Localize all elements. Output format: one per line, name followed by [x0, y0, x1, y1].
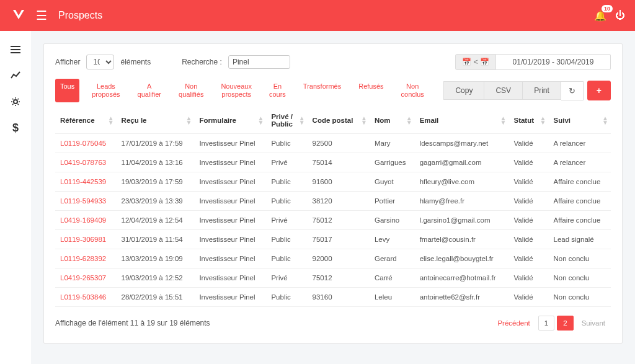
cell-ref[interactable]: L0119-075045 [55, 134, 117, 153]
tab-tous[interactable]: Tous [55, 79, 79, 102]
cell-ref[interactable]: L0119-503846 [55, 288, 117, 307]
cell-email: elise.legall@bouygtel.fr [415, 249, 509, 269]
search-input[interactable] [228, 55, 290, 69]
cell-ref[interactable]: L0419-265307 [55, 269, 117, 288]
calendar-icon: 📅 [462, 58, 471, 66]
date-range-picker-button[interactable]: 📅 < 📅 [455, 54, 496, 70]
cell-recu: 23/03/2019 à 13:39 [117, 192, 195, 211]
tab-a-qualifier[interactable]: Aqualifier [133, 79, 167, 102]
table-row: L0119-50384628/02/2019 à 15:51Investisse… [55, 288, 611, 307]
col-header[interactable]: Reçu le▲▼ [117, 107, 195, 134]
cell-email: hfleury@live.com [415, 172, 509, 192]
list-icon[interactable] [9, 43, 22, 56]
power-icon[interactable]: ⏻ [615, 10, 625, 21]
cell-cp: 91600 [308, 172, 370, 192]
cell-cp: 92000 [308, 249, 370, 269]
cell-recu: 31/01/2019 à 11:54 [117, 230, 195, 249]
cell-cp: 93160 [308, 288, 370, 307]
cell-suivi: A relancer [549, 134, 611, 153]
gear-icon[interactable] [9, 95, 22, 108]
elements-label: éléments [120, 58, 151, 66]
show-label: Afficher [55, 58, 80, 66]
cell-suivi: Affaire conclue [549, 192, 611, 211]
cell-nom: Garrigues [370, 153, 415, 172]
page-1[interactable]: 1 [538, 316, 554, 331]
cell-recu: 11/04/2019 à 13:16 [117, 153, 195, 172]
page-size-select[interactable]: 10 [86, 55, 114, 69]
cell-email: antoinecarre@hotmail.fr [415, 269, 509, 288]
tab-leads-proposés[interactable]: Leadsproposés [87, 79, 125, 102]
page-prev[interactable]: Précédent [492, 316, 535, 330]
cell-recu: 19/03/2019 à 12:52 [117, 269, 195, 288]
cell-ref[interactable]: L0119-442539 [55, 172, 117, 192]
cell-suivi: Non conclu [549, 288, 611, 307]
tab-non-conclus[interactable]: Nonconclus [396, 79, 429, 102]
sidebar: $ [0, 31, 31, 364]
cell-nom: Gerard [370, 249, 415, 269]
sort-icon: ▲▼ [406, 116, 412, 125]
hamburger-icon[interactable]: ☰ [36, 8, 47, 23]
svg-rect-0 [11, 46, 20, 47]
cell-statut: Validé [508, 269, 548, 288]
plus-icon: + [597, 86, 602, 95]
cell-suivi: A relancer [549, 153, 611, 172]
page-next: Suivant [576, 316, 611, 330]
col-header[interactable]: Email▲▼ [415, 107, 509, 134]
col-header[interactable]: Formulaire▲▼ [194, 107, 266, 134]
notification-badge: 10 [602, 5, 613, 12]
tab-non-qualifiés[interactable]: Nonqualifiés [174, 79, 208, 102]
page-2[interactable]: 2 [557, 316, 573, 331]
cell-priv: Public [266, 249, 307, 269]
sort-icon: ▲▼ [299, 116, 305, 125]
col-header[interactable]: Nom▲▼ [370, 107, 415, 134]
col-header[interactable]: Statut▲▼ [508, 107, 548, 134]
cell-statut: Validé [508, 192, 548, 211]
cell-ref[interactable]: L0419-169409 [55, 211, 117, 230]
dollar-icon[interactable]: $ [9, 122, 22, 134]
date-range-display[interactable]: 01/01/2019 - 30/04/2019 [496, 54, 611, 70]
logo-icon [10, 7, 27, 24]
copy-button[interactable]: Copy [443, 81, 484, 100]
col-header[interactable]: Code postal▲▼ [308, 107, 370, 134]
print-button[interactable]: Print [523, 81, 561, 100]
table-row: L0419-16940912/04/2019 à 12:54Investisse… [55, 211, 611, 230]
table-row: L0119-30698131/01/2019 à 11:54Investisse… [55, 230, 611, 249]
cell-statut: Validé [508, 172, 548, 192]
notifications-icon[interactable]: 🔔 10 [594, 10, 606, 22]
cell-form: Investisseur Pinel [194, 211, 266, 230]
cell-email: antoinette62@sfr.fr [415, 288, 509, 307]
cell-ref[interactable]: L0119-306981 [55, 230, 117, 249]
cell-email: fmartel@cousin.fr [415, 230, 509, 249]
cell-form: Investisseur Pinel [194, 153, 266, 172]
cell-nom: Carré [370, 269, 415, 288]
cell-ref[interactable]: L0119-628392 [55, 249, 117, 269]
add-button[interactable]: + [587, 81, 611, 100]
cell-ref[interactable]: L0419-078763 [55, 153, 117, 172]
cell-form: Investisseur Pinel [194, 269, 266, 288]
cell-recu: 13/03/2019 à 19:09 [117, 249, 195, 269]
cell-suivi: Non conclu [549, 249, 611, 269]
col-header[interactable]: Suivi▲▼ [549, 107, 611, 134]
cell-suivi: Lead signalé [549, 230, 611, 249]
col-header[interactable]: Référence▲▼ [55, 107, 117, 134]
svg-rect-2 [11, 52, 20, 53]
tab-transformés[interactable]: Transformés [298, 79, 346, 102]
cell-priv: Privé [266, 269, 307, 288]
tab-nouveaux-prospects[interactable]: Nouveauxprospects [216, 79, 257, 102]
csv-button[interactable]: CSV [484, 81, 523, 100]
cell-recu: 12/04/2019 à 12:54 [117, 211, 195, 230]
tab-en-cours[interactable]: Encours [264, 79, 291, 102]
col-header[interactable]: Privé /Public▲▼ [266, 107, 307, 134]
chart-icon[interactable] [9, 69, 22, 82]
cell-nom: Levy [370, 230, 415, 249]
tab-refusés[interactable]: Refusés [353, 79, 388, 102]
cell-ref[interactable]: L0119-594933 [55, 192, 117, 211]
cell-priv: Public [266, 288, 307, 307]
cell-form: Investisseur Pinel [194, 134, 266, 153]
cell-priv: Privé [266, 153, 307, 172]
cell-email: hlamy@free.fr [415, 192, 509, 211]
refresh-button[interactable]: ↻ [561, 81, 584, 100]
cell-priv: Public [266, 172, 307, 192]
cell-cp: 75017 [308, 230, 370, 249]
status-tabs: TousLeadsproposésAqualifierNonqualifiésN… [55, 79, 429, 102]
